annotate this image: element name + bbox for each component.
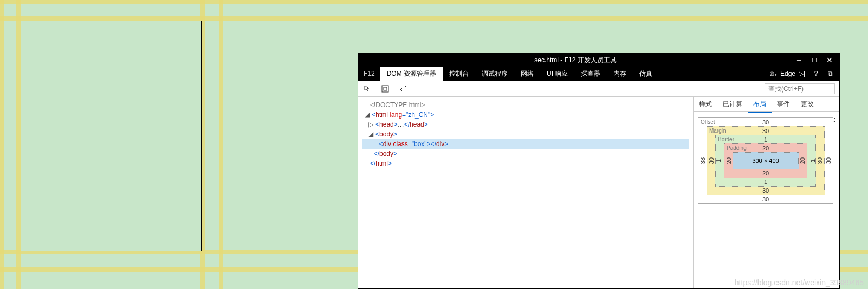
expand-icon[interactable]: ▷	[368, 120, 374, 129]
tab-debugger[interactable]: 调试程序	[475, 67, 514, 81]
close-button[interactable]: ✕	[823, 55, 836, 65]
dom-html-close[interactable]: </html>	[362, 159, 689, 168]
step-icon[interactable]: ▷|	[797, 69, 807, 78]
highlight-icon[interactable]	[380, 83, 391, 94]
side-tab-events[interactable]: 事件	[772, 96, 795, 112]
devtools-window: sec.html - F12 开发人员工具 ─ ☐ ✕ F12 DOM 资源管理…	[358, 53, 840, 289]
border-bottom[interactable]: 1	[764, 179, 767, 185]
offset-top[interactable]: 30	[762, 119, 769, 126]
window-controls: ─ ☐ ✕	[793, 55, 839, 65]
side-panel: 样式 已计算 布局 事件 更改 a: Offset 30 30 38 30	[693, 97, 839, 288]
tab-profiler[interactable]: 探查器	[574, 67, 607, 81]
padding-label: Padding	[727, 145, 747, 151]
dom-div-box[interactable]: <div class="box"></div>	[362, 139, 689, 149]
padding-left[interactable]: 20	[726, 157, 732, 164]
tab-label: 探查器	[581, 69, 600, 78]
svg-rect-0	[382, 86, 388, 92]
search-input[interactable]	[765, 83, 835, 94]
dom-doctype[interactable]: <!DOCTYPE html>	[362, 100, 689, 110]
titlebar[interactable]: sec.html - F12 开发人员工具 ─ ☐ ✕	[358, 54, 839, 67]
guide-line	[219, 0, 223, 289]
side-tab-computed[interactable]: 已计算	[717, 96, 748, 112]
margin-right[interactable]: 30	[817, 157, 823, 164]
dock-icon[interactable]: ⧉	[825, 69, 835, 78]
edge-label[interactable]: Edge	[783, 69, 793, 78]
minimize-button[interactable]: ─	[793, 55, 806, 65]
menubar: F12 DOM 资源管理器 控制台 调试程序 网络 UI 响应 探查器 内存 仿…	[358, 67, 839, 81]
select-element-icon[interactable]	[362, 83, 373, 94]
offset-left[interactable]: 38	[699, 157, 706, 164]
tab-ui-response[interactable]: UI 响应	[540, 67, 574, 81]
border-label: Border	[718, 136, 734, 142]
side-tab-layout[interactable]: 布局	[748, 96, 772, 113]
dom-body-open[interactable]: ◢ <body>	[362, 129, 689, 139]
help-icon[interactable]: ?	[811, 69, 821, 78]
padding-top[interactable]: 20	[762, 145, 769, 152]
padding-right[interactable]: 20	[799, 157, 806, 164]
offset-right[interactable]: 30	[825, 157, 832, 164]
tab-label: 控制台	[449, 69, 469, 78]
guide-line	[0, 16, 868, 21]
toolbar	[358, 81, 839, 97]
tab-label: UI 响应	[547, 69, 568, 78]
layout-view: a: Offset 30 30 38 30 Margin 30 30 30	[694, 112, 839, 288]
tab-memory[interactable]: 内存	[607, 67, 633, 81]
side-tab-styles[interactable]: 样式	[694, 96, 717, 112]
border-top[interactable]: 1	[764, 136, 767, 143]
window-title: sec.html - F12 开发人员工具	[358, 56, 793, 65]
box-model-diagram[interactable]: Offset 30 30 38 30 Margin 30 30 30 30	[698, 117, 833, 204]
tab-label: 网络	[521, 69, 534, 78]
dom-body-close[interactable]: </body>	[362, 149, 689, 159]
margin-top[interactable]: 30	[762, 128, 769, 134]
border-left[interactable]: 1	[715, 159, 722, 162]
content-size[interactable]: 300 × 400	[752, 157, 779, 164]
content-layer[interactable]: 300 × 400	[733, 152, 799, 169]
guide-line	[0, 0, 4, 289]
tab-console[interactable]: 控制台	[443, 67, 475, 81]
guide-line	[16, 0, 21, 289]
offset-label: Offset	[701, 119, 715, 125]
tab-label: DOM 资源管理器	[387, 69, 436, 78]
expand-icon[interactable]: ◢	[365, 110, 370, 120]
tab-network[interactable]: 网络	[514, 67, 540, 81]
dom-head[interactable]: ▷ <head>…</head>	[362, 120, 689, 129]
dom-tree-panel[interactable]: <!DOCTYPE html> ◢ <html lang="zh_CN"> ▷ …	[358, 97, 693, 288]
tab-label: 仿真	[639, 69, 652, 78]
device-icon[interactable]: ⎚▾	[769, 69, 779, 78]
svg-rect-1	[384, 87, 387, 90]
border-right[interactable]: 1	[809, 159, 816, 162]
offset-bottom[interactable]: 30	[762, 196, 769, 202]
padding-bottom[interactable]: 20	[762, 170, 769, 176]
rendered-box-element[interactable]	[21, 21, 202, 251]
tab-label: 内存	[613, 69, 626, 78]
dom-html-open[interactable]: ◢ <html lang="zh_CN">	[362, 110, 689, 120]
side-tab-changes[interactable]: 更改	[795, 96, 819, 112]
titlebar-right-icons: ⎚▾ Edge ▷| ? ⧉	[769, 69, 839, 78]
tab-dom-explorer[interactable]: DOM 资源管理器	[380, 67, 443, 81]
margin-left[interactable]: 30	[708, 157, 715, 164]
tab-emulation[interactable]: 仿真	[633, 67, 659, 81]
margin-bottom[interactable]: 30	[762, 187, 769, 194]
side-tabs: 样式 已计算 布局 事件 更改	[694, 97, 839, 112]
maximize-button[interactable]: ☐	[808, 55, 821, 65]
margin-label: Margin	[709, 128, 726, 134]
color-picker-icon[interactable]	[397, 83, 408, 94]
expand-icon[interactable]: ◢	[368, 129, 374, 139]
f12-label: F12	[358, 70, 380, 77]
tab-label: 调试程序	[482, 69, 508, 78]
guide-line	[0, 0, 868, 4]
